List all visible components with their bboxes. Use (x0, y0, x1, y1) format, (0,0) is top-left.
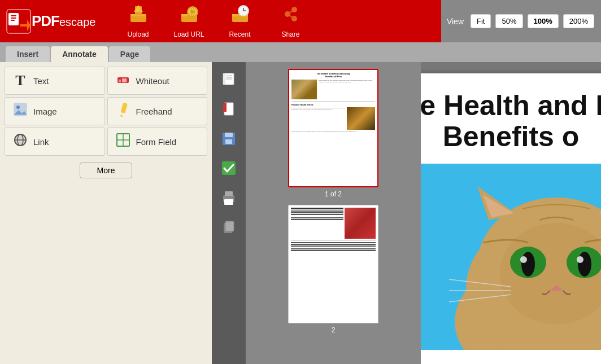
upload-button[interactable]: Upload (113, 0, 164, 42)
form-field-tool-button[interactable]: Form Field (107, 128, 208, 156)
tab-annotate[interactable]: Annotate (51, 46, 108, 62)
thumbnail-page-2-frame (288, 205, 378, 323)
svg-rect-56 (224, 199, 233, 205)
header: PDF escape Upload Load URL (0, 0, 601, 42)
sidebar-print-button[interactable] (215, 184, 242, 211)
svg-point-74 (577, 256, 583, 263)
more-button-container: More (0, 163, 212, 178)
text-tool-button[interactable]: T Text (5, 67, 105, 95)
sidebar-copy-button[interactable] (215, 213, 242, 240)
tab-page[interactable]: Page (109, 46, 150, 62)
sidebar-save-button[interactable] (215, 125, 242, 152)
image-tool-icon (12, 102, 29, 120)
sidebar-documents-button[interactable] (215, 67, 242, 94)
tools-grid: T Text Whiteout Image (0, 62, 212, 160)
thumbnail-strip: The Health and Mood-BoostingBenefits of … (246, 62, 421, 364)
view-zoom-area: View Fit 50% 100% 200% (441, 0, 601, 42)
load-url-button[interactable]: Load URL (164, 0, 215, 42)
logo-escape-text: escape (59, 16, 96, 29)
thumbnail-page-1-frame: The Health and Mood-BoostingBenefits of … (288, 69, 378, 187)
more-button[interactable]: More (80, 163, 133, 178)
svg-rect-55 (225, 191, 233, 196)
sidebar-check-button[interactable] (215, 155, 242, 182)
zoom-fit-button[interactable]: Fit (471, 14, 491, 28)
link-tool-button[interactable]: Link (5, 128, 105, 156)
svg-rect-4 (11, 20, 15, 21)
svg-point-30 (16, 106, 20, 109)
thumbnail-page-2-content (289, 205, 378, 323)
svg-rect-32 (120, 103, 127, 113)
cat-svg (421, 164, 601, 350)
view-label: View (447, 17, 464, 26)
recent-label: Recent (229, 30, 250, 38)
share-button[interactable]: Share (265, 0, 316, 42)
logo-text: PDF escape (32, 12, 96, 30)
tab-bar: Insert Annotate Page (0, 42, 601, 62)
pdf-page: The Health and Mo Benefits o (421, 73, 601, 364)
link-tool-icon (12, 133, 29, 151)
sidebar-strip (212, 62, 246, 364)
form-field-tool-icon (115, 133, 132, 151)
text-tool-label: Text (33, 76, 49, 86)
svg-rect-59 (225, 221, 234, 231)
thumbnail-page-1-label: 1 of 2 (325, 190, 342, 198)
load-url-icon (179, 4, 199, 28)
svg-rect-43 (224, 74, 226, 77)
content-area: T Text Whiteout Image (0, 62, 601, 364)
zoom-200-button[interactable]: 200% (563, 14, 594, 28)
svg-point-73 (520, 256, 527, 263)
recent-icon (230, 4, 250, 28)
svg-marker-33 (119, 114, 123, 117)
app: PDF escape Upload Load URL (0, 0, 601, 364)
svg-rect-51 (225, 133, 233, 137)
form-field-tool-label: Form Field (136, 137, 177, 147)
zoom-50-button[interactable]: 50% (495, 14, 522, 28)
whiteout-tool-icon (115, 72, 132, 90)
logo[interactable]: PDF escape (6, 0, 107, 42)
image-tool-button[interactable]: Image (5, 97, 105, 125)
svg-point-57 (232, 197, 233, 199)
image-tool-label: Image (33, 107, 57, 116)
thumbnail-page-2-label: 2 (332, 326, 336, 334)
thumbnail-page-1-content: The Health and Mood-BoostingBenefits of … (289, 70, 377, 186)
share-label: Share (281, 30, 299, 38)
svg-rect-27 (119, 80, 121, 82)
sidebar-bookmark-button[interactable] (215, 96, 242, 123)
text-tool-icon: T (12, 72, 29, 89)
svg-rect-2 (11, 15, 16, 16)
upload-icon (128, 4, 149, 28)
svg-rect-52 (225, 139, 232, 144)
svg-point-72 (578, 252, 591, 277)
left-tools-panel: T Text Whiteout Image (0, 62, 212, 364)
recent-button[interactable]: Recent (215, 0, 265, 42)
logo-icon (6, 8, 32, 34)
cat-image (421, 164, 601, 350)
svg-rect-28 (122, 78, 127, 82)
whiteout-tool-label: Whiteout (136, 76, 169, 86)
svg-point-71 (521, 252, 535, 277)
tab-insert[interactable]: Insert (6, 46, 50, 62)
toolbar: Upload Load URL Recent Share (113, 0, 316, 42)
freehand-tool-button[interactable]: Freehand (107, 97, 208, 125)
svg-rect-3 (11, 17, 16, 19)
whiteout-tool-button[interactable]: Whiteout (107, 67, 208, 95)
link-tool-label: Link (33, 137, 49, 147)
freehand-tool-icon (115, 102, 132, 120)
thumbnail-page-1[interactable]: The Health and Mood-BoostingBenefits of … (288, 69, 378, 198)
upload-label: Upload (127, 30, 149, 38)
logo-pdf-text: PDF (32, 12, 59, 30)
zoom-100-button[interactable]: 100% (528, 14, 559, 28)
load-url-label: Load URL (173, 30, 204, 38)
thumbnail-page-2[interactable]: 2 (288, 205, 378, 334)
share-icon (281, 4, 301, 28)
pdf-viewer: The Health and Mo Benefits o (421, 62, 601, 364)
freehand-tool-label: Freehand (136, 107, 172, 116)
pdf-page-title: The Health and Mo Benefits o (421, 90, 601, 152)
svg-rect-1 (8, 13, 19, 25)
